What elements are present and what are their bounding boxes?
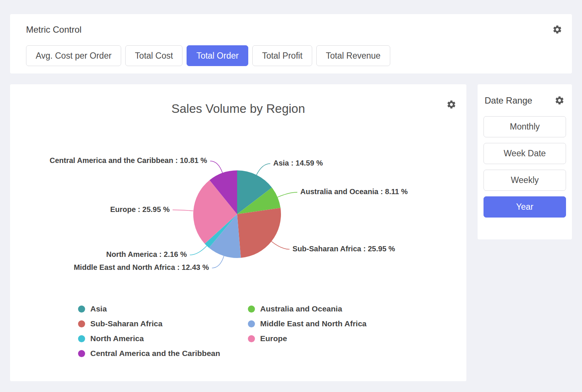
metric-button-total-revenue[interactable]: Total Revenue — [316, 45, 390, 66]
metric-control-header: Metric Control — [10, 14, 572, 35]
metric-button-group: Avg. Cost per OrderTotal CostTotal Order… — [26, 45, 390, 66]
legend-item-central-america-and-the-caribbean[interactable]: Central America and the Caribbean — [78, 349, 248, 358]
pie-label-line-sub-saharan-africa — [271, 241, 290, 249]
metric-button-total-cost[interactable]: Total Cost — [125, 45, 182, 66]
legend-dot-asia — [78, 306, 85, 313]
legend-label-sub-saharan-africa: Sub-Saharan Africa — [90, 319, 162, 328]
pie-label-central-america-and-the-caribbean: Central America and the Caribbean : 10.8… — [50, 156, 207, 164]
legend-dot-australia-and-oceania — [248, 306, 255, 313]
sales-volume-chart-card: Sales Volume by Region Asia : 14.59 %Aus… — [10, 84, 466, 381]
metric-button-total-order[interactable]: Total Order — [187, 45, 248, 66]
pie-label-line-central-america-and-the-caribbean — [210, 161, 222, 173]
chart-title: Sales Volume by Region — [10, 102, 466, 116]
legend-item-middle-east-and-north-africa[interactable]: Middle East and North Africa — [248, 319, 366, 328]
legend-label-north-america: North America — [90, 334, 144, 343]
legend-dot-central-america-and-the-caribbean — [78, 350, 85, 357]
pie-label-line-asia — [256, 164, 270, 175]
pie-label-line-middle-east-and-north-africa — [212, 256, 224, 268]
pie-label-europe: Europe : 25.95 % — [110, 205, 169, 213]
pie-label-line-europe — [172, 210, 193, 211]
legend-label-central-america-and-the-caribbean: Central America and the Caribbean — [90, 349, 220, 358]
date-range-button-group: MonthlyWeek DateWeeklyYear — [484, 116, 566, 218]
metric-control-card: Metric Control Avg. Cost per OrderTotal … — [10, 14, 572, 74]
date-range-button-week-date[interactable]: Week Date — [484, 143, 566, 164]
metric-button-avg-cost-per-order[interactable]: Avg. Cost per Order — [26, 45, 121, 66]
pie-label-middle-east-and-north-africa: Middle East and North Africa : 12.43 % — [74, 263, 209, 271]
date-range-card: Date Range MonthlyWeek DateWeeklyYear — [478, 84, 572, 239]
legend-item-australia-and-oceania[interactable]: Australia and Oceania — [248, 304, 366, 313]
legend-item-asia[interactable]: Asia — [78, 304, 248, 313]
legend-label-europe: Europe — [260, 334, 287, 343]
date-range-button-weekly[interactable]: Weekly — [484, 170, 566, 191]
legend-dot-middle-east-and-north-africa — [248, 320, 255, 327]
legend-label-australia-and-oceania: Australia and Oceania — [260, 304, 342, 313]
pie-label-line-north-america — [190, 246, 207, 255]
legend-item-europe[interactable]: Europe — [248, 334, 366, 343]
pie-chart: Asia : 14.59 %Australia and Oceania : 8.… — [10, 129, 466, 303]
legend-label-asia: Asia — [90, 304, 107, 313]
date-range-button-monthly[interactable]: Monthly — [484, 116, 566, 137]
metric-control-settings-gear-icon[interactable] — [552, 24, 562, 35]
legend-dot-europe — [248, 335, 255, 342]
metric-control-title: Metric Control — [26, 24, 81, 35]
legend-dot-north-america — [78, 335, 85, 342]
metric-button-total-profit[interactable]: Total Profit — [252, 45, 312, 66]
legend-item-north-america[interactable]: North America — [78, 334, 248, 343]
pie-label-north-america: North America : 2.16 % — [106, 250, 187, 258]
pie-slice-sub-saharan-africa[interactable] — [237, 208, 281, 258]
legend-dot-sub-saharan-africa — [78, 320, 85, 327]
date-range-title: Date Range — [485, 95, 532, 106]
date-range-settings-gear-icon[interactable] — [554, 95, 565, 105]
legend-item-sub-saharan-africa[interactable]: Sub-Saharan Africa — [78, 319, 248, 328]
pie-label-asia: Asia : 14.59 % — [273, 159, 323, 167]
legend-label-middle-east-and-north-africa: Middle East and North Africa — [260, 319, 366, 328]
pie-label-sub-saharan-africa: Sub-Saharan Africa : 25.95 % — [292, 245, 395, 253]
chart-legend: AsiaAustralia and OceaniaSub-Saharan Afr… — [78, 304, 366, 358]
date-range-header: Date Range — [478, 84, 572, 106]
pie-label-line-australia-and-oceania — [278, 192, 297, 197]
chart-settings-gear-icon[interactable] — [446, 99, 456, 110]
pie-label-australia-and-oceania: Australia and Oceania : 8.11 % — [300, 187, 408, 196]
date-range-button-year[interactable]: Year — [484, 196, 566, 218]
